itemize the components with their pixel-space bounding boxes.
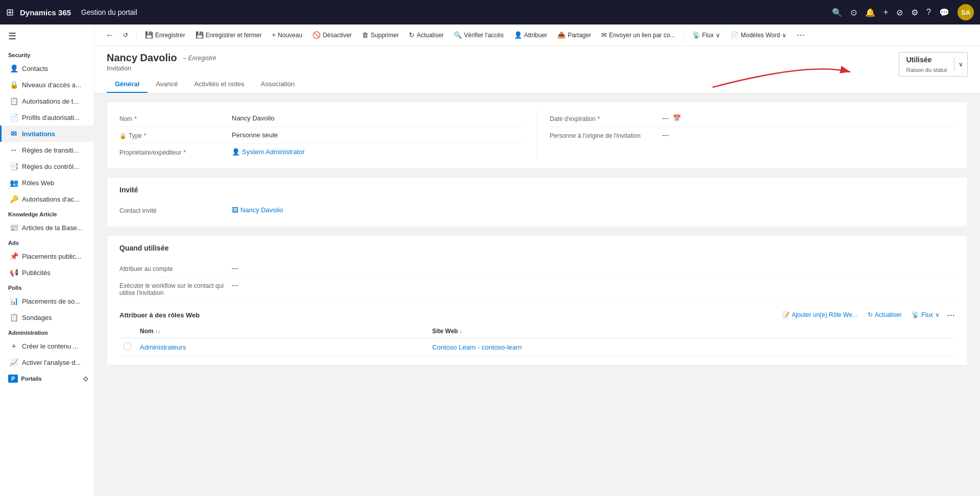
calendar-icon[interactable]: 📅: [673, 114, 681, 122]
portal-title: Gestion du portail: [81, 8, 137, 16]
invitation-icon: ✉: [10, 130, 18, 138]
bell-icon[interactable]: 🔔: [865, 8, 875, 17]
row-name: Administrateurs: [136, 338, 428, 357]
status-chevron-icon[interactable]: ∨: [954, 58, 967, 71]
tab-general[interactable]: Général: [107, 76, 148, 93]
sidebar-item-ad-placements[interactable]: 📌 Placements public...: [0, 248, 94, 264]
add-role-button[interactable]: 📝 Ajouter un(e) Rôle We...: [779, 309, 861, 320]
sidebar-item-label: Sondages: [22, 314, 52, 321]
tab-association[interactable]: Association: [253, 76, 303, 93]
add-role-icon: 📝: [782, 311, 790, 318]
sidebar-item-analytics[interactable]: 📈 Activer l'analyse d...: [0, 354, 94, 370]
sidebar-item-knowledge-articles[interactable]: 📰 Articles de la Base...: [0, 219, 94, 236]
send-link-button[interactable]: ✉ Envoyer un lien par co...: [597, 29, 679, 41]
sidebar-item-control-rules[interactable]: 📑 Règles du contrôl...: [0, 158, 94, 175]
invited-contact-link[interactable]: 🖼 Nancy Davolio: [232, 206, 955, 214]
value-workflow: ---: [232, 281, 955, 289]
tab-activities[interactable]: Activités et notes: [186, 76, 253, 93]
invite-section: Invité Contact invité 🖼 Nancy Davolio: [107, 177, 968, 227]
sidebar-item-poll-placements[interactable]: 📊 Placements de so...: [0, 293, 94, 309]
filter-icon[interactable]: ⊘: [896, 8, 903, 17]
sidebar-item-label: Invitations: [22, 130, 55, 138]
hamburger-menu[interactable]: ☰: [0, 24, 94, 48]
gear-icon[interactable]: ⚙: [911, 8, 918, 17]
form-row-type: 🔒 Type * Personne seule: [119, 127, 525, 144]
refresh-roles-button[interactable]: ↻ Actualiser: [865, 309, 905, 320]
refresh-nav-button[interactable]: ↺: [119, 29, 132, 41]
value-expiration: --- 📅: [662, 114, 955, 122]
status-button-label: Utilisée: [899, 53, 954, 67]
search-icon[interactable]: 🔍: [832, 8, 842, 17]
form-left-col: Nom * Nancy Davolio 🔒 Type *: [119, 110, 537, 160]
label-owner: Propriétaire/expéditeur *: [119, 148, 232, 156]
invite-section-title: Invité: [119, 186, 955, 194]
roles-table: Nom ↑↓ Site Web ↓: [119, 325, 955, 357]
flux-roles-button[interactable]: 📡 Flux ∨: [909, 309, 943, 320]
poll-placement-icon: 📊: [10, 297, 18, 305]
deactivate-button[interactable]: 🚫 Désactiver: [308, 29, 356, 41]
table-header-site[interactable]: Site Web ↓: [428, 325, 955, 338]
back-button[interactable]: ←: [103, 29, 117, 42]
refresh-button[interactable]: ↻ Actualiser: [405, 29, 448, 41]
delete-button[interactable]: 🗑 Supprimer: [358, 29, 403, 41]
new-button[interactable]: + Nouveau: [268, 29, 307, 41]
sidebar-item-auth-profiles[interactable]: 📄 Profils d'autorisati...: [0, 109, 94, 126]
save-button[interactable]: 💾 Enregistrer: [141, 29, 189, 41]
sidebar-item-access-permissions[interactable]: 🔑 Autorisations d'ac...: [0, 191, 94, 207]
user-avatar[interactable]: SA: [958, 4, 974, 20]
sidebar-item-contacts[interactable]: 👤 Contacts: [0, 60, 94, 77]
more-roles-icon[interactable]: ⋯: [947, 310, 955, 320]
form-row-expiration: Date d'expiration * --- 📅: [550, 110, 955, 127]
sidebar-item-permissions-table[interactable]: 📋 Autorisations de t...: [0, 93, 94, 109]
record-status-badge: – Enregistré: [183, 55, 216, 62]
row-checkbox[interactable]: [119, 338, 136, 357]
check-access-button[interactable]: 🔍 Vérifier l'accès: [450, 29, 508, 41]
save-close-button[interactable]: 💾 Enregistrer et fermer: [191, 29, 266, 41]
word-templates-button[interactable]: 📄 Modèles Word ∨: [726, 29, 791, 41]
sidebar-item-label: Placements public...: [22, 253, 81, 260]
table-header-name[interactable]: Nom ↑↓: [136, 325, 428, 338]
sidebar-item-ads[interactable]: 📢 Publicités: [0, 264, 94, 281]
sidebar-item-create-content[interactable]: + Créer le contenu ...: [0, 338, 94, 354]
status-button[interactable]: Utilisée Raison du statut ∨: [899, 52, 968, 77]
role-name-link[interactable]: Administrateurs: [140, 343, 186, 351]
site-link[interactable]: Contoso Learn - contoso-learn: [432, 343, 522, 351]
sort-site-icon[interactable]: ↓: [460, 329, 462, 334]
sort-name-icon[interactable]: ↑↓: [155, 329, 160, 334]
survey-icon: 📋: [10, 313, 18, 321]
save-icon: 💾: [145, 31, 153, 39]
settings-circle-icon[interactable]: ⊙: [850, 8, 857, 17]
when-used-title: Quand utilisée: [119, 244, 955, 252]
label-expiration: Date d'expiration *: [550, 114, 662, 122]
add-icon[interactable]: +: [884, 8, 888, 17]
value-nom: Nancy Davolio: [232, 114, 525, 122]
app-title: Dynamics 365: [20, 8, 71, 17]
assign-button[interactable]: 👤 Attribuer: [510, 29, 551, 41]
record-title: Nancy Davolio: [107, 52, 177, 64]
share-button[interactable]: 📤 Partager: [553, 29, 595, 41]
table-checkbox-header: [119, 325, 136, 338]
tabs: Général Avancé Activités et notes Associ…: [107, 76, 968, 93]
deactivate-icon: 🚫: [312, 31, 321, 39]
roles-sub-title: Attribuer à des rôles Web: [119, 311, 200, 319]
help-icon[interactable]: ?: [926, 8, 931, 17]
sidebar-item-label: Publicités: [22, 269, 51, 277]
trash-icon: 🗑: [362, 31, 369, 39]
owner-link[interactable]: 👤 System Administrator: [232, 148, 525, 156]
sidebar-item-label: Rôles Web: [22, 179, 54, 187]
general-section: Nom * Nancy Davolio 🔒 Type *: [107, 102, 968, 169]
tab-advanced[interactable]: Avancé: [148, 76, 186, 93]
apps-grid-icon[interactable]: ⊞: [6, 7, 14, 18]
lock-icon: 🔒: [10, 81, 18, 89]
lock-small-icon: 🔒: [119, 133, 127, 139]
key-icon: 🔑: [10, 195, 18, 203]
flux-button[interactable]: 📡 Flux ∨: [688, 29, 725, 41]
more-button[interactable]: ⋯: [793, 28, 809, 42]
sidebar-item-invitations[interactable]: ✉ Invitations: [0, 126, 94, 142]
sidebar-item-access-levels[interactable]: 🔒 Niveaux d'accès a...: [0, 77, 94, 93]
chat-icon[interactable]: 💬: [939, 8, 949, 17]
sidebar-item-polls[interactable]: 📋 Sondages: [0, 309, 94, 326]
sidebar-item-web-roles[interactable]: 👥 Rôles Web: [0, 175, 94, 191]
refresh-icon: ↻: [409, 31, 414, 39]
sidebar-item-transition-rules[interactable]: ↔ Règles de transiti...: [0, 142, 94, 158]
